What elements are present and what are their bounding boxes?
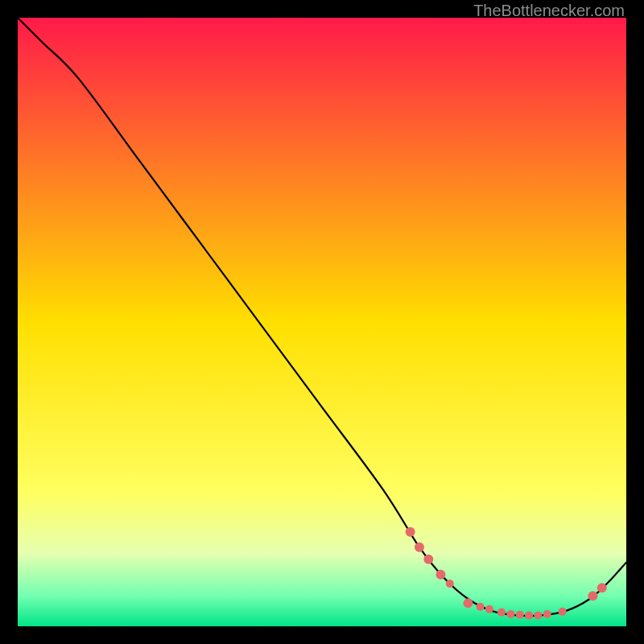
data-marker — [436, 570, 445, 580]
data-marker — [506, 610, 514, 618]
data-marker — [406, 527, 415, 537]
data-marker — [597, 583, 607, 592]
data-marker — [516, 611, 524, 619]
chart-svg — [18, 18, 626, 626]
gradient-background — [18, 18, 626, 626]
data-marker — [588, 591, 597, 601]
data-marker — [525, 611, 533, 619]
data-marker — [485, 605, 493, 613]
data-marker — [415, 543, 424, 552]
data-marker — [543, 610, 551, 618]
data-marker — [559, 608, 567, 616]
data-marker — [497, 609, 506, 617]
data-marker — [534, 611, 542, 619]
data-marker — [423, 555, 433, 564]
data-marker — [463, 598, 473, 608]
data-marker — [446, 580, 454, 588]
data-marker — [477, 603, 485, 611]
chart-area — [18, 18, 626, 626]
